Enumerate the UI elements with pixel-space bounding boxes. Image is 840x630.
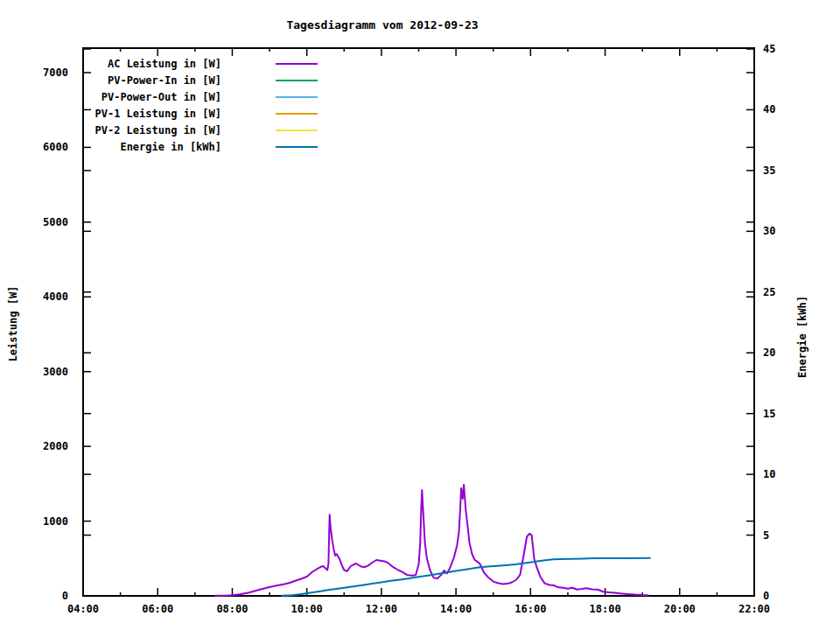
y-right-tick-label: 45 — [763, 43, 775, 55]
legend-label: Energie in [kWh] — [81, 141, 221, 153]
y-right-tick-label: 30 — [763, 225, 775, 237]
y-left-tick-label: 7000 — [43, 66, 68, 79]
x-tick-label: 12:00 — [366, 603, 397, 615]
y-right-tick-label: 20 — [763, 346, 775, 359]
y-axis-right-title: Energie [kWh] — [796, 296, 808, 378]
y-left-tick-label: 5000 — [43, 216, 68, 228]
legend-item-ac-leistung: AC Leistung in [W] — [81, 55, 318, 72]
y-left-tick-label: 6000 — [43, 141, 68, 153]
x-tick-label: 20:00 — [664, 603, 696, 615]
y-left-tick-label: 3000 — [43, 366, 68, 378]
legend-line-sample — [276, 80, 318, 81]
y-right-tick-label: 40 — [763, 103, 775, 116]
y-right-tick-label: 0 — [763, 590, 769, 602]
legend-line-sample — [276, 96, 318, 98]
legend-item-energie: Energie in [kWh] — [81, 138, 318, 155]
y-right-tick-label: 35 — [763, 164, 775, 177]
legend-line-sample — [276, 63, 318, 65]
y-right-tick-label: 10 — [763, 468, 775, 480]
legend-item-pv-power-in: PV-Power-In in [W] — [81, 72, 318, 88]
x-tick-label: 18:00 — [589, 603, 620, 615]
legend-line-sample — [276, 146, 318, 148]
legend-label: PV-Power-Out in [W] — [81, 91, 221, 103]
legend-item-pv2-leistung: PV-2 Leistung in [W] — [81, 122, 318, 138]
y-left-tick-label: 4000 — [43, 290, 68, 303]
y-right-tick-label: 5 — [763, 529, 769, 542]
chart-title: Tagesdiagramm vom 2012-09-23 — [0, 18, 765, 32]
legend-label: PV-Power-In in [W] — [81, 74, 221, 87]
series-ac-leistung-in-w — [215, 485, 648, 596]
legend-line-sample — [276, 130, 318, 131]
x-tick-label: 14:00 — [440, 603, 472, 615]
x-tick-label: 06:00 — [142, 603, 173, 615]
legend: AC Leistung in [W] PV-Power-In in [W] PV… — [81, 55, 318, 155]
y-left-tick-label: 0 — [62, 590, 68, 602]
legend-label: PV-2 Leistung in [W] — [81, 124, 221, 136]
x-tick-label: 04:00 — [67, 603, 99, 615]
legend-label: PV-1 Leistung in [W] — [81, 108, 221, 120]
legend-line-sample — [276, 113, 318, 115]
y-axis-left-title: Leistung [W] — [7, 286, 19, 362]
legend-item-pv1-leistung: PV-1 Leistung in [W] — [81, 105, 318, 122]
x-tick-label: 16:00 — [514, 603, 546, 615]
x-tick-label: 22:00 — [738, 603, 770, 615]
y-left-tick-label: 2000 — [43, 440, 68, 452]
y-left-tick-label: 1000 — [43, 515, 68, 528]
legend-label: AC Leistung in [W] — [81, 58, 221, 70]
y-right-tick-label: 15 — [763, 408, 775, 420]
x-tick-label: 10:00 — [291, 603, 323, 615]
y-right-tick-label: 25 — [763, 286, 775, 298]
legend-item-pv-power-out: PV-Power-Out in [W] — [81, 88, 318, 105]
gnuplot-day-chart: 04:0006:0008:0010:0012:0014:0016:0018:00… — [0, 0, 840, 630]
x-tick-label: 08:00 — [216, 603, 248, 615]
